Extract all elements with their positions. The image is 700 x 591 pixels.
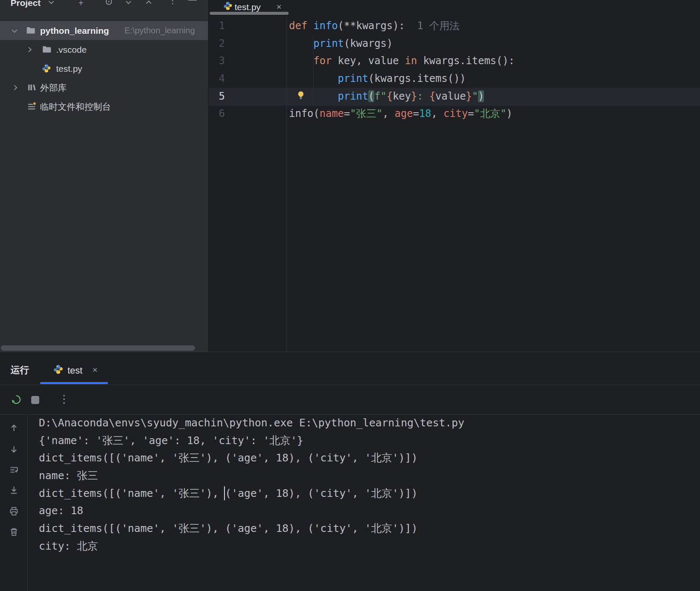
- line-number[interactable]: 6: [209, 105, 286, 123]
- tree-item-label: 外部库: [40, 78, 67, 97]
- console-line: D:\Anaconda\envs\syudy_machin\python.exe…: [39, 414, 700, 432]
- console-line: name: 张三: [39, 467, 700, 485]
- expand-all-icon[interactable]: [127, 0, 130, 5]
- code-line[interactable]: info(name="张三", age=18, city="北京"): [289, 105, 700, 123]
- horizontal-scrollbar[interactable]: [1, 345, 195, 351]
- stop-button[interactable]: [31, 396, 39, 404]
- code-line[interactable]: print(kwargs): [289, 35, 700, 53]
- close-icon[interactable]: ×: [92, 365, 97, 375]
- more-options-icon[interactable]: ⋮: [59, 393, 70, 406]
- clear-console-icon[interactable]: [9, 527, 19, 538]
- tree-row-testpy[interactable]: test.py: [0, 59, 208, 78]
- close-icon[interactable]: ×: [276, 2, 281, 12]
- console-output[interactable]: D:\Anaconda\envs\syudy_machin\python.exe…: [39, 414, 700, 555]
- editor-gutter[interactable]: 1 2 3 4 5 6: [209, 17, 286, 123]
- soft-wrap-icon[interactable]: [9, 465, 19, 476]
- folder-icon: [42, 45, 51, 56]
- project-toolbar: Project + ⋮ —: [0, 0, 208, 11]
- chevron-down-icon[interactable]: [49, 0, 54, 4]
- library-icon: [27, 83, 36, 94]
- line-number[interactable]: 2: [209, 35, 286, 53]
- rerun-button[interactable]: [11, 394, 22, 407]
- console-line: dict_items([('name', '张三'), ('age', 18),…: [39, 520, 700, 537]
- tree-row-scratches[interactable]: 临时文件和控制台: [0, 97, 208, 116]
- console-toolbar: [0, 415, 28, 591]
- folder-icon: [26, 26, 35, 37]
- tree-item-label: test.py: [56, 59, 82, 78]
- scroll-to-end-icon[interactable]: [9, 485, 19, 496]
- tree-row-python-learning[interactable]: python_learning E:\python_learning: [0, 21, 208, 40]
- console-line: {'name': '张三', 'age': 18, 'city': '北京'}: [39, 432, 700, 450]
- chevron-down-icon[interactable]: [12, 27, 17, 33]
- collapse-all-icon[interactable]: [147, 0, 151, 6]
- text-caret: [224, 486, 225, 500]
- console-line: city: 北京: [39, 537, 700, 555]
- tree-row-vscode[interactable]: .vscode: [0, 40, 208, 59]
- line-number[interactable]: 1: [209, 17, 286, 35]
- console-line: age: 18: [39, 502, 700, 520]
- active-tab-indicator: [210, 12, 289, 15]
- more-options-icon[interactable]: ⋮: [168, 0, 177, 5]
- line-number[interactable]: 4: [209, 70, 286, 88]
- project-tool-window: Project + ⋮ — python_learning E:\python_…: [0, 0, 208, 352]
- tree-item-path: E:\python_learning: [124, 21, 195, 40]
- python-file-icon: [42, 64, 51, 75]
- tab-label: test: [68, 365, 82, 376]
- python-file-icon: [223, 1, 232, 12]
- code-line[interactable]: print(kwargs.items()): [289, 70, 700, 88]
- line-number-active[interactable]: 5: [209, 88, 286, 106]
- console-line: dict_items([('name', '张三'), ('age', 18),…: [39, 485, 700, 502]
- active-tab-indicator: [40, 382, 108, 384]
- editor-tab-testpy[interactable]: test.py ×: [209, 0, 290, 17]
- editor-body[interactable]: 1 2 3 4 5 6 def info(**kwargs): 1 个用法 pr…: [209, 17, 700, 352]
- tab-label: test.py: [235, 2, 261, 12]
- run-panel-title: 运行: [11, 364, 29, 377]
- hide-panel-icon[interactable]: —: [188, 0, 197, 4]
- code-line[interactable]: for key, value in kwargs.items():: [289, 52, 700, 70]
- pycharm-window: { "project_panel": { "title": "Project",…: [0, 0, 700, 591]
- run-tab-test[interactable]: test ×: [40, 360, 110, 382]
- line-number[interactable]: 3: [209, 52, 286, 70]
- intention-lightbulb-icon[interactable]: [296, 90, 306, 102]
- chevron-right-icon[interactable]: [26, 47, 32, 52]
- code-area[interactable]: def info(**kwargs): 1 个用法 print(kwargs) …: [289, 17, 700, 123]
- tree-item-label: python_learning: [40, 21, 109, 40]
- code-line[interactable]: print(f"{key}: {value}"): [289, 88, 700, 106]
- editor-tab-bar: test.py ×: [209, 0, 700, 17]
- new-item-icon[interactable]: +: [78, 0, 84, 7]
- print-icon[interactable]: [9, 507, 19, 518]
- tree-item-label: 临时文件和控制台: [40, 97, 111, 116]
- console-line: dict_items([('name', '张三'), ('age', 18),…: [39, 449, 700, 467]
- scratches-icon: [27, 102, 36, 113]
- tree-row-external-libraries[interactable]: 外部库: [0, 78, 208, 97]
- gutter-separator: [286, 17, 287, 352]
- tree-item-label: .vscode: [56, 40, 86, 59]
- code-line[interactable]: def info(**kwargs): 1 个用法: [289, 17, 700, 35]
- divider: [0, 385, 700, 385]
- run-tool-window: 运行 test × ⋮ D:\Anaconda\e: [0, 352, 700, 591]
- editor-area: test.py × 1 2 3 4 5 6 def info(**kwargs)…: [209, 0, 700, 352]
- project-tree: python_learning E:\python_learning .vsco…: [0, 21, 208, 116]
- locate-file-icon[interactable]: [105, 0, 113, 7]
- up-occurrence-icon[interactable]: [9, 423, 19, 434]
- down-occurrence-icon[interactable]: [9, 445, 19, 455]
- python-file-icon: [53, 364, 63, 376]
- project-view-selector[interactable]: Project: [11, 0, 41, 8]
- chevron-right-icon[interactable]: [12, 85, 17, 90]
